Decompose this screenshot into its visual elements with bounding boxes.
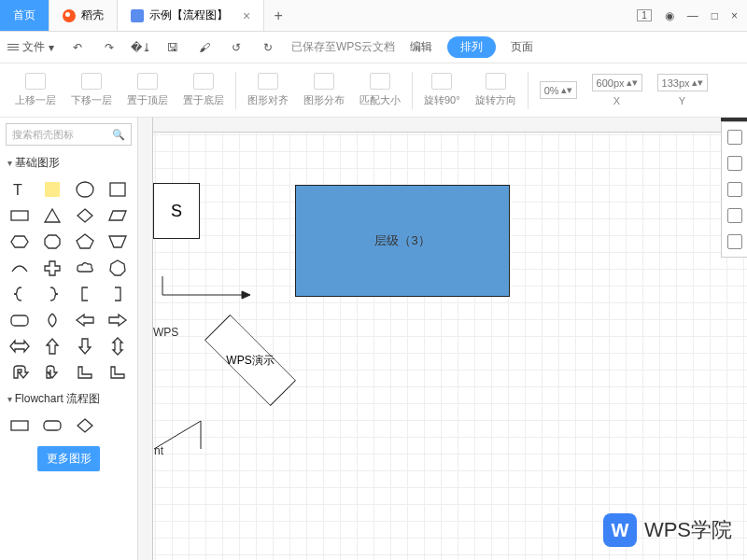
align-button[interactable]: 图形对齐 (240, 73, 296, 107)
sh-arrowlr[interactable] (6, 335, 35, 357)
sh-arc[interactable] (6, 257, 35, 279)
menu-edit[interactable]: 编辑 (410, 39, 432, 55)
bring-forward-icon (25, 73, 46, 90)
sh-drop[interactable] (38, 309, 67, 331)
bring-front-icon (137, 73, 158, 90)
send-back-button[interactable]: 置于底层 (176, 73, 232, 107)
distribute-button[interactable]: 图形分布 (296, 73, 352, 107)
fitsize-label: 匹配大小 (359, 93, 401, 107)
shape-level3-text: 层级（3） (374, 232, 430, 249)
sh-text[interactable]: T (6, 178, 35, 201)
sh-corner2[interactable] (103, 361, 132, 384)
sh-bracer[interactable] (38, 283, 67, 305)
rotate90-button[interactable]: 旋转90° (416, 73, 468, 107)
send-backward-button[interactable]: 下移一层 (63, 73, 120, 107)
x-input[interactable]: 600px ▴▾ (592, 74, 642, 91)
send-backward-label: 下移一层 (71, 93, 112, 107)
shape-start[interactable]: S (153, 183, 200, 239)
redo-button[interactable]: ↷ (101, 39, 118, 56)
download-button[interactable]: �⤓ (133, 39, 149, 56)
sh-cloud[interactable] (71, 257, 100, 279)
category-flowchart[interactable]: Flowchart 流程图 (0, 387, 137, 411)
user-icon[interactable]: ◉ (665, 9, 674, 22)
fitsize-button[interactable]: 匹配大小 (352, 73, 408, 107)
sh-flow3[interactable] (71, 414, 100, 437)
sh-flow2[interactable] (38, 414, 67, 437)
svg-text:T: T (13, 182, 22, 198)
rotate90-label: 旋转90° (424, 93, 460, 107)
bring-forward-button[interactable]: 上移一层 (7, 73, 63, 107)
sh-heptagon[interactable] (103, 257, 132, 279)
sh-square[interactable] (103, 178, 132, 201)
close-window-button[interactable]: × (731, 9, 738, 22)
sh-octagon[interactable] (38, 231, 67, 253)
category-basic[interactable]: 基础图形 (0, 151, 137, 175)
tab-home-label: 首页 (13, 7, 35, 23)
canvas[interactable]: S 层级（3） WPS WPS演示 nt (138, 118, 747, 560)
undo-button[interactable]: ↶ (69, 39, 86, 56)
search-icon: 🔍 (112, 129, 125, 141)
sh-brackr[interactable] (103, 283, 132, 305)
sh-pentagon[interactable] (71, 231, 100, 253)
sh-arrowd[interactable] (71, 335, 100, 357)
close-icon[interactable]: × (243, 8, 250, 23)
tool-crop-icon[interactable] (727, 182, 742, 197)
format-painter-button[interactable]: 🖌 (196, 39, 213, 56)
zoom-input[interactable]: 0% ▴▾ (540, 81, 577, 99)
window-controls: 1 ◉ — □ × (627, 0, 747, 31)
sh-arrowr[interactable] (103, 309, 132, 331)
tab-daoke[interactable]: 稻壳 (49, 0, 118, 31)
tool-find-icon[interactable] (727, 156, 742, 171)
sh-circle[interactable] (71, 178, 100, 201)
sh-note[interactable] (38, 178, 67, 201)
tab-home[interactable]: 首页 (0, 0, 49, 31)
more-shapes-button[interactable]: 更多图形 (37, 446, 100, 471)
sh-uturn1[interactable] (6, 361, 35, 384)
save-button[interactable]: 🖫 (164, 39, 181, 56)
sh-hexagon[interactable] (6, 231, 35, 253)
shape-decision[interactable]: WPS演示 (204, 328, 297, 393)
sh-flow1[interactable] (6, 414, 35, 437)
tool-compass-icon[interactable] (727, 130, 742, 145)
shape-level3[interactable]: 层级（3） (295, 185, 510, 297)
sh-bracel[interactable] (6, 283, 35, 305)
sh-uturn2[interactable] (38, 361, 67, 384)
maximize-button[interactable]: □ (712, 9, 718, 22)
sh-arrowl[interactable] (71, 309, 100, 331)
tool-page-icon[interactable] (727, 234, 742, 249)
sh-triangle[interactable] (38, 204, 67, 227)
tab-document[interactable]: 示例【流程图】× (118, 0, 264, 31)
connector-1[interactable] (153, 276, 265, 332)
tool-copy-icon[interactable] (727, 208, 742, 223)
sh-corner[interactable] (71, 361, 100, 384)
sh-arrowud[interactable] (103, 335, 132, 357)
svg-rect-3 (110, 183, 125, 196)
sh-rect[interactable] (6, 204, 35, 227)
sh-brackl[interactable] (71, 283, 100, 305)
bring-front-button[interactable]: 置于顶层 (120, 73, 176, 107)
distribute-label: 图形分布 (303, 93, 345, 107)
minimize-button[interactable]: — (687, 9, 698, 22)
menu-arrange[interactable]: 排列 (447, 36, 496, 58)
sh-trap[interactable] (103, 231, 132, 253)
align-icon (258, 73, 278, 90)
shapes-panel: 搜索稻壳图标🔍 基础图形 T (0, 118, 138, 560)
sh-arrowu[interactable] (38, 335, 67, 357)
shape-start-text: S (171, 202, 182, 221)
right-tool-rail (721, 121, 747, 258)
label-nt: nt (154, 444, 163, 457)
file-menu[interactable]: 文件 ▾ (7, 39, 54, 55)
sh-plus[interactable] (38, 257, 67, 279)
rotatedir-button[interactable]: 旋转方向 (468, 73, 524, 107)
search-input[interactable]: 搜索稻壳图标🔍 (6, 123, 132, 146)
y-input[interactable]: 133px ▴▾ (657, 74, 708, 91)
sh-diamond[interactable] (71, 204, 100, 227)
sh-parallelogram[interactable] (103, 204, 132, 227)
redo2-button[interactable]: ↻ (260, 39, 276, 56)
undo2-button[interactable]: ↺ (228, 39, 245, 56)
page-indicator[interactable]: 1 (637, 9, 652, 21)
sh-roundrect[interactable] (6, 309, 35, 331)
add-tab-button[interactable]: + (264, 0, 292, 31)
menu-page[interactable]: 页面 (511, 39, 533, 55)
label-wps: WPS (153, 326, 178, 339)
